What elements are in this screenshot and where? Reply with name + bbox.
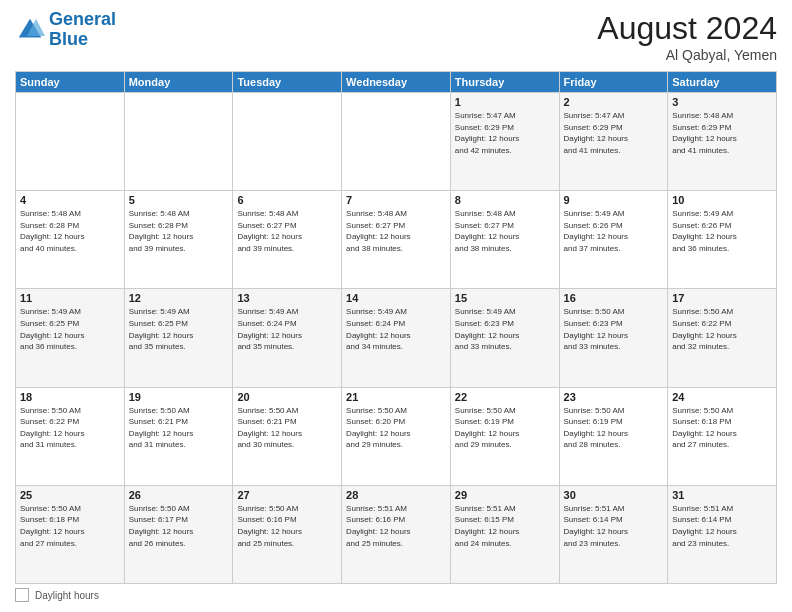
footer: Daylight hours (15, 588, 777, 602)
calendar-cell: 7Sunrise: 5:48 AM Sunset: 6:27 PM Daylig… (342, 191, 451, 289)
weekday-header-thursday: Thursday (450, 72, 559, 93)
logo: General Blue (15, 10, 116, 50)
day-number: 4 (20, 194, 120, 206)
calendar: SundayMondayTuesdayWednesdayThursdayFrid… (15, 71, 777, 584)
day-number: 1 (455, 96, 555, 108)
day-info: Sunrise: 5:49 AM Sunset: 6:24 PM Dayligh… (346, 306, 446, 352)
location: Al Qabyal, Yemen (597, 47, 777, 63)
week-row-3: 18Sunrise: 5:50 AM Sunset: 6:22 PM Dayli… (16, 387, 777, 485)
day-number: 22 (455, 391, 555, 403)
weekday-row: SundayMondayTuesdayWednesdayThursdayFrid… (16, 72, 777, 93)
day-info: Sunrise: 5:49 AM Sunset: 6:26 PM Dayligh… (564, 208, 664, 254)
calendar-cell: 22Sunrise: 5:50 AM Sunset: 6:19 PM Dayli… (450, 387, 559, 485)
day-number: 5 (129, 194, 229, 206)
weekday-header-sunday: Sunday (16, 72, 125, 93)
logo-line2: Blue (49, 29, 88, 49)
day-info: Sunrise: 5:51 AM Sunset: 6:16 PM Dayligh… (346, 503, 446, 549)
day-info: Sunrise: 5:50 AM Sunset: 6:19 PM Dayligh… (455, 405, 555, 451)
day-info: Sunrise: 5:49 AM Sunset: 6:24 PM Dayligh… (237, 306, 337, 352)
day-number: 27 (237, 489, 337, 501)
calendar-cell: 21Sunrise: 5:50 AM Sunset: 6:20 PM Dayli… (342, 387, 451, 485)
calendar-body: 1Sunrise: 5:47 AM Sunset: 6:29 PM Daylig… (16, 93, 777, 584)
calendar-cell: 18Sunrise: 5:50 AM Sunset: 6:22 PM Dayli… (16, 387, 125, 485)
day-number: 7 (346, 194, 446, 206)
day-number: 24 (672, 391, 772, 403)
calendar-cell: 31Sunrise: 5:51 AM Sunset: 6:14 PM Dayli… (668, 485, 777, 583)
day-number: 13 (237, 292, 337, 304)
day-info: Sunrise: 5:48 AM Sunset: 6:27 PM Dayligh… (237, 208, 337, 254)
day-info: Sunrise: 5:50 AM Sunset: 6:23 PM Dayligh… (564, 306, 664, 352)
day-info: Sunrise: 5:51 AM Sunset: 6:14 PM Dayligh… (672, 503, 772, 549)
calendar-cell: 9Sunrise: 5:49 AM Sunset: 6:26 PM Daylig… (559, 191, 668, 289)
day-info: Sunrise: 5:50 AM Sunset: 6:19 PM Dayligh… (564, 405, 664, 451)
weekday-header-friday: Friday (559, 72, 668, 93)
week-row-0: 1Sunrise: 5:47 AM Sunset: 6:29 PM Daylig… (16, 93, 777, 191)
calendar-cell: 12Sunrise: 5:49 AM Sunset: 6:25 PM Dayli… (124, 289, 233, 387)
day-info: Sunrise: 5:48 AM Sunset: 6:29 PM Dayligh… (672, 110, 772, 156)
day-number: 3 (672, 96, 772, 108)
day-info: Sunrise: 5:50 AM Sunset: 6:17 PM Dayligh… (129, 503, 229, 549)
day-number: 25 (20, 489, 120, 501)
day-number: 17 (672, 292, 772, 304)
day-info: Sunrise: 5:47 AM Sunset: 6:29 PM Dayligh… (455, 110, 555, 156)
day-number: 12 (129, 292, 229, 304)
day-info: Sunrise: 5:48 AM Sunset: 6:27 PM Dayligh… (455, 208, 555, 254)
day-number: 2 (564, 96, 664, 108)
day-number: 18 (20, 391, 120, 403)
calendar-cell: 16Sunrise: 5:50 AM Sunset: 6:23 PM Dayli… (559, 289, 668, 387)
day-number: 8 (455, 194, 555, 206)
day-number: 23 (564, 391, 664, 403)
day-info: Sunrise: 5:50 AM Sunset: 6:18 PM Dayligh… (672, 405, 772, 451)
calendar-cell: 13Sunrise: 5:49 AM Sunset: 6:24 PM Dayli… (233, 289, 342, 387)
calendar-cell: 2Sunrise: 5:47 AM Sunset: 6:29 PM Daylig… (559, 93, 668, 191)
calendar-cell: 19Sunrise: 5:50 AM Sunset: 6:21 PM Dayli… (124, 387, 233, 485)
weekday-header-tuesday: Tuesday (233, 72, 342, 93)
week-row-2: 11Sunrise: 5:49 AM Sunset: 6:25 PM Dayli… (16, 289, 777, 387)
calendar-cell: 20Sunrise: 5:50 AM Sunset: 6:21 PM Dayli… (233, 387, 342, 485)
day-number: 29 (455, 489, 555, 501)
calendar-cell (124, 93, 233, 191)
calendar-cell: 6Sunrise: 5:48 AM Sunset: 6:27 PM Daylig… (233, 191, 342, 289)
calendar-cell: 25Sunrise: 5:50 AM Sunset: 6:18 PM Dayli… (16, 485, 125, 583)
day-number: 31 (672, 489, 772, 501)
calendar-cell: 14Sunrise: 5:49 AM Sunset: 6:24 PM Dayli… (342, 289, 451, 387)
calendar-cell: 26Sunrise: 5:50 AM Sunset: 6:17 PM Dayli… (124, 485, 233, 583)
day-number: 9 (564, 194, 664, 206)
day-info: Sunrise: 5:49 AM Sunset: 6:26 PM Dayligh… (672, 208, 772, 254)
day-number: 28 (346, 489, 446, 501)
day-info: Sunrise: 5:48 AM Sunset: 6:27 PM Dayligh… (346, 208, 446, 254)
day-info: Sunrise: 5:50 AM Sunset: 6:16 PM Dayligh… (237, 503, 337, 549)
calendar-cell (342, 93, 451, 191)
calendar-cell: 5Sunrise: 5:48 AM Sunset: 6:28 PM Daylig… (124, 191, 233, 289)
day-info: Sunrise: 5:50 AM Sunset: 6:22 PM Dayligh… (672, 306, 772, 352)
calendar-cell: 23Sunrise: 5:50 AM Sunset: 6:19 PM Dayli… (559, 387, 668, 485)
week-row-4: 25Sunrise: 5:50 AM Sunset: 6:18 PM Dayli… (16, 485, 777, 583)
day-info: Sunrise: 5:48 AM Sunset: 6:28 PM Dayligh… (20, 208, 120, 254)
calendar-cell: 30Sunrise: 5:51 AM Sunset: 6:14 PM Dayli… (559, 485, 668, 583)
logo-line1: General (49, 9, 116, 29)
day-number: 30 (564, 489, 664, 501)
day-number: 16 (564, 292, 664, 304)
day-number: 19 (129, 391, 229, 403)
calendar-cell: 11Sunrise: 5:49 AM Sunset: 6:25 PM Dayli… (16, 289, 125, 387)
weekday-header-wednesday: Wednesday (342, 72, 451, 93)
calendar-cell: 27Sunrise: 5:50 AM Sunset: 6:16 PM Dayli… (233, 485, 342, 583)
month-title: August 2024 (597, 10, 777, 47)
calendar-cell: 1Sunrise: 5:47 AM Sunset: 6:29 PM Daylig… (450, 93, 559, 191)
day-number: 21 (346, 391, 446, 403)
day-info: Sunrise: 5:51 AM Sunset: 6:14 PM Dayligh… (564, 503, 664, 549)
day-info: Sunrise: 5:47 AM Sunset: 6:29 PM Dayligh… (564, 110, 664, 156)
day-number: 10 (672, 194, 772, 206)
day-info: Sunrise: 5:50 AM Sunset: 6:18 PM Dayligh… (20, 503, 120, 549)
day-info: Sunrise: 5:51 AM Sunset: 6:15 PM Dayligh… (455, 503, 555, 549)
weekday-header-saturday: Saturday (668, 72, 777, 93)
day-info: Sunrise: 5:48 AM Sunset: 6:28 PM Dayligh… (129, 208, 229, 254)
page: General Blue August 2024 Al Qabyal, Yeme… (0, 0, 792, 612)
calendar-cell (16, 93, 125, 191)
weekday-header-monday: Monday (124, 72, 233, 93)
daylight-label: Daylight hours (35, 590, 99, 601)
calendar-cell: 24Sunrise: 5:50 AM Sunset: 6:18 PM Dayli… (668, 387, 777, 485)
title-block: August 2024 Al Qabyal, Yemen (597, 10, 777, 63)
day-number: 15 (455, 292, 555, 304)
calendar-cell: 17Sunrise: 5:50 AM Sunset: 6:22 PM Dayli… (668, 289, 777, 387)
